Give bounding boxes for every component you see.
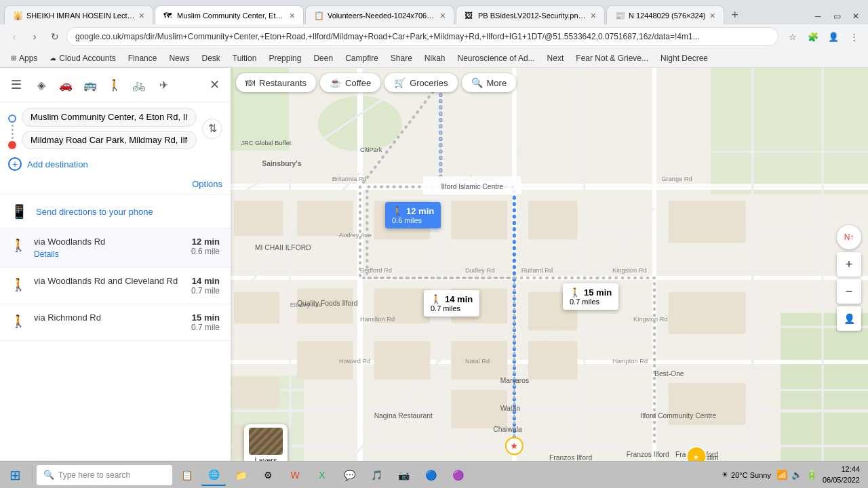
taskbar-task-view[interactable]: 📋 [174,464,199,486]
add-destination-row[interactable]: + Add destination [0,155,231,176]
menu-icon[interactable]: ⋮ [845,28,863,45]
panel-close-button[interactable]: ✕ [207,75,222,95]
taskbar-app4[interactable]: 🎵 [363,464,389,486]
tab-2-close[interactable]: × [290,10,295,21]
route-label-2[interactable]: 🚶 14 min 0.7 miles [424,290,479,317]
cloud-icon: ☁ [50,54,56,62]
filter-restaurants-label: Restaurants [259,78,307,88]
transport-transit[interactable]: 🚌 [79,73,102,96]
zoom-out-button[interactable]: − [837,279,861,304]
tab-4-close[interactable]: × [591,10,596,21]
transport-walk[interactable]: 🚶 [103,73,126,96]
tab-1-close[interactable]: × [139,10,144,21]
map-area[interactable]: Grange Rd Albert Rd Britannia Rd Rutland… [231,68,868,488]
bookmark-deen[interactable]: Deen [308,52,338,64]
extensions-icon[interactable]: 🧩 [804,28,822,45]
filter-restaurants[interactable]: 🍽 Restaurants [236,73,316,92]
tab-5[interactable]: 📰 N 12448029 (576×324) × [606,5,724,24]
app4-icon: 🎵 [370,468,383,482]
bookmark-star-icon[interactable]: ☆ [784,28,802,45]
app3-icon: 💬 [342,468,356,482]
send-directions-label[interactable]: Send directions to your phone [36,207,153,217]
bookmark-cloud[interactable]: ☁ Cloud Accounts [44,52,121,64]
route-label-3[interactable]: 🚶 15 min 0.7 miles [563,283,618,310]
volume-icon[interactable]: 🔊 [791,470,802,480]
bookmark-finance[interactable]: Finance [123,52,163,64]
transport-drive[interactable]: 🚗 [54,73,77,96]
bookmark-campfire[interactable]: Campfire [340,52,384,64]
bookmark-nikah[interactable]: Nikah [419,52,451,64]
route-item-3[interactable]: 🚶 via Richmond Rd 15 min 0.7 mile [0,304,231,341]
start-button[interactable]: ⊞ [3,464,28,486]
taskbar-app1[interactable]: W [282,464,308,486]
origin-input[interactable] [22,108,197,127]
taskbar-app7[interactable]: 🟣 [445,464,471,486]
bookmark-next[interactable]: Next [542,52,570,64]
taskbar-search-placeholder: Type here to search [58,470,130,480]
swap-directions-button[interactable]: ⇅ [202,119,222,139]
svg-text:Grange Rd: Grange Rd [661,176,692,182]
tab-3[interactable]: 📋 Volunteers-Needed-1024x706.jp... × [305,5,454,24]
bookmark-night[interactable]: Night Decree [655,52,713,64]
zoom-in-button[interactable]: + [837,252,861,277]
network-icon[interactable]: 📶 [776,470,787,480]
taskbar-file-explorer[interactable]: 📁 [228,464,254,486]
taskbar-browser[interactable]: 🌐 [201,464,226,486]
bookmark-apps[interactable]: ⊞ Apps [5,52,43,64]
taskbar-search-icon: 🔍 [43,470,54,480]
filter-more[interactable]: 🔍 More [462,73,517,92]
taskbar: ⊞ 🔍 Type here to search 📋 🌐 📁 ⚙ W X 💬 🎵 … [0,461,868,488]
profile-icon[interactable]: 👤 [825,28,842,45]
reload-button[interactable]: ↻ [46,28,64,45]
compass-button[interactable]: N↑ [837,225,861,249]
address-input[interactable] [66,27,778,46]
route-1-details[interactable]: Details [34,249,183,259]
time-display[interactable]: 12:44 06/05/2022 [823,464,860,485]
options-button[interactable]: Options [192,179,222,189]
svg-rect-29 [297,201,353,236]
route-label-1[interactable]: 🚶 12 min 0.6 miles [385,202,441,228]
tab-2-title: Muslim Community Center, Eton... [177,12,285,20]
bookmark-neuroscience[interactable]: Neuroscience of Ad... [452,52,540,64]
svg-rect-47 [451,390,507,428]
battery-icon[interactable]: 🔋 [806,470,817,480]
bookmark-desk[interactable]: Desk [196,52,225,64]
bookmark-news[interactable]: News [163,52,195,64]
taskbar-app6[interactable]: 🔵 [418,464,443,486]
route-item-1[interactable]: 🚶 via Woodlands Rd Details 12 min 0.6 mi… [0,228,231,268]
close-window-button[interactable]: ✕ [848,8,864,24]
tab-5-close[interactable]: × [709,10,715,21]
minimize-button[interactable]: ─ [810,8,826,24]
maximize-button[interactable]: ▭ [829,8,845,24]
taskbar-app3[interactable]: 💬 [336,464,362,486]
transport-cycle[interactable]: 🚲 [127,73,151,96]
back-button[interactable]: ‹ [5,28,23,45]
filter-coffee[interactable]: ☕ Coffee [320,73,380,92]
bookmark-prepping[interactable]: Prepping [263,52,307,64]
taskbar-app2[interactable]: X [309,464,335,486]
transport-overview[interactable]: ◈ [30,73,53,96]
street-view-button[interactable]: 👤 [837,306,861,331]
route-item-2[interactable]: 🚶 via Woodlands Rd and Cleveland Rd 14 m… [0,268,231,304]
forward-button[interactable]: › [26,28,43,45]
taskbar-settings[interactable]: ⚙ [255,464,281,486]
taskbar-app5[interactable]: 📷 [391,464,416,486]
taskbar-search[interactable]: 🔍 Type here to search [37,465,172,485]
filter-groceries[interactable]: 🛒 Groceries [384,73,457,92]
bookmark-tuition[interactable]: Tuition [227,52,262,64]
tab-3-close[interactable]: × [440,10,446,21]
tab-1[interactable]: 🕌 SHEIKH IMRAN HOSEIN Lecture... × [4,5,153,24]
tab-2[interactable]: 🗺 Muslim Community Center, Eton... × [155,5,304,24]
bookmark-fear[interactable]: Fear Not & Grieve... [570,52,654,64]
tab-4[interactable]: 🖼 PB BSidesLV2012-Security.png (420... × [456,5,605,24]
new-tab-button[interactable]: + [726,5,745,24]
menu-icon[interactable]: ☰ [8,75,24,95]
svg-text:Dudley Rd: Dudley Rd [465,267,494,274]
svg-rect-39 [374,341,431,380]
window-controls: ─ ▭ ✕ [810,8,864,24]
svg-rect-32 [528,201,577,239]
transport-flight[interactable]: ✈ [152,73,175,96]
bookmark-share[interactable]: Share [385,52,418,64]
route-label-2-time: 14 min [445,294,473,304]
destination-input[interactable] [22,131,197,150]
